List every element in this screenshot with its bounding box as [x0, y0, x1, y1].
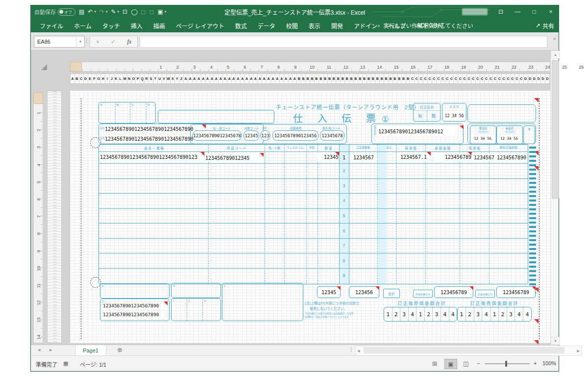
name-box-dropdown-icon[interactable]: ▾ [76, 36, 84, 47]
digit-cell[interactable]: 4 [441, 307, 449, 321]
column-header[interactable]: C [493, 74, 497, 83]
digit-cell[interactable]: 4 [449, 307, 457, 321]
digit-cell[interactable]: 4 [515, 307, 523, 321]
column-header[interactable]: B [375, 74, 380, 83]
column-header[interactable]: B [332, 74, 336, 83]
tell-me-search[interactable]: ⌕ 実行したい作業を入力してください [377, 21, 539, 30]
column-header[interactable]: G [97, 74, 101, 83]
column-header[interactable]: Q [140, 74, 145, 83]
column-header[interactable]: A [236, 74, 241, 83]
digit-cell[interactable]: 4 [482, 307, 490, 321]
horizontal-scroll-thumb[interactable] [364, 347, 564, 353]
column-header[interactable]: C [454, 74, 458, 83]
ribbon-tab[interactable]: 開発 [326, 19, 348, 32]
line-number-1[interactable]: 1 [340, 153, 348, 161]
column-header[interactable]: C [441, 74, 445, 83]
total-qty-value[interactable]: 12345 [317, 286, 341, 298]
digit-cell[interactable]: 2 [425, 307, 433, 321]
column-header[interactable]: B [406, 74, 411, 83]
column-header[interactable]: C [419, 74, 423, 83]
view-page-layout-icon[interactable]: ▣ [444, 359, 457, 369]
class-code-value[interactable]: 12345 [244, 130, 259, 141]
column-header[interactable]: A [219, 74, 223, 83]
item-code-value[interactable]: 123456789012345 [205, 153, 263, 162]
column-header[interactable]: A [271, 74, 275, 83]
unit-cost-value[interactable]: 1234567.1 [397, 152, 430, 161]
column-header[interactable]: A [197, 74, 201, 83]
column-header[interactable]: A [262, 74, 267, 83]
column-header[interactable]: A [214, 74, 219, 83]
column-header[interactable]: B [349, 74, 354, 83]
column-header[interactable]: A [275, 74, 280, 83]
column-header[interactable]: B [371, 74, 375, 83]
column-header[interactable]: A [227, 74, 232, 83]
sell-total-value[interactable]: 123456789 [496, 286, 536, 298]
column-header[interactable]: C [463, 74, 467, 83]
column-header[interactable]: O [131, 74, 136, 83]
kubun-value[interactable]: 123 [261, 130, 270, 141]
vertical-scroll-thumb[interactable] [552, 60, 559, 199]
zoom-level[interactable]: 100% [542, 360, 556, 366]
column-header[interactable]: B [323, 74, 328, 83]
order-date-value[interactable]: 12 34 56 [471, 134, 494, 142]
column-header[interactable]: C [428, 74, 432, 83]
column-header[interactable]: A [241, 74, 245, 83]
add-sheet-icon[interactable]: ⊕ [117, 346, 122, 353]
digit-cell[interactable]: 1 [384, 307, 392, 321]
column-header[interactable]: F [92, 74, 97, 83]
correction-no[interactable]: 無 [427, 111, 441, 121]
column-header[interactable]: C [480, 74, 485, 83]
column-header[interactable]: A [193, 74, 197, 83]
column-header[interactable]: A [293, 74, 297, 83]
column-header[interactable]: J [110, 74, 114, 83]
vertical-scrollbar[interactable]: ▴ ▾ [550, 50, 559, 345]
slip-number-value[interactable]: 1234567890123456 [272, 130, 318, 141]
digit-cell[interactable]: 3 [474, 307, 483, 321]
column-header[interactable]: B [358, 74, 363, 83]
g-value-2[interactable]: 12345678901234567890 [103, 311, 164, 318]
column-header[interactable]: C [449, 74, 454, 83]
column-header[interactable]: C [502, 74, 506, 83]
digit-cell[interactable]: 1 [490, 307, 499, 321]
column-header[interactable]: C [471, 74, 476, 83]
column-header[interactable]: C [497, 74, 502, 83]
column-header[interactable]: E [88, 74, 93, 83]
column-header[interactable]: A [210, 74, 215, 83]
ribbon-tab[interactable]: ページ レイアウト [171, 19, 230, 32]
view-page-break-icon[interactable]: ◫ [460, 359, 472, 368]
scroll-right-icon[interactable]: ▸ [577, 348, 580, 354]
column-header[interactable]: S [149, 74, 153, 83]
digit-cell[interactable]: 2 [499, 307, 507, 321]
column-header[interactable]: D [524, 74, 528, 83]
shop-code-value[interactable]: 123456789012345678 [193, 130, 242, 141]
delivery-date-value[interactable]: 12 34 56 [498, 134, 520, 142]
column-header[interactable]: D [84, 74, 88, 83]
ribbon-tab[interactable]: タッチ [97, 19, 125, 32]
column-header[interactable]: B [341, 74, 345, 83]
ribbon-tab[interactable]: 描画 [148, 19, 171, 32]
column-header[interactable]: B [363, 74, 367, 83]
column-header[interactable]: D [528, 74, 533, 83]
corrected-qty-value[interactable]: 1234567 [351, 153, 376, 161]
ribbon-tab[interactable]: 校閲 [281, 19, 303, 32]
column-header[interactable]: C [410, 74, 415, 83]
column-header[interactable]: A [253, 74, 258, 83]
column-header[interactable]: U [158, 74, 162, 83]
ribbon-tab[interactable]: 数式 [230, 19, 252, 32]
scroll-up-icon[interactable]: ▴ [551, 50, 560, 59]
zoom-slider-handle[interactable] [505, 361, 507, 367]
column-header[interactable]: A [258, 74, 262, 83]
digit-cell[interactable]: 2 [466, 307, 474, 321]
digit-cell[interactable]: 3 [507, 307, 515, 321]
column-header[interactable]: B [297, 74, 301, 83]
column-header[interactable]: M [123, 74, 127, 83]
column-header[interactable]: B [367, 74, 371, 83]
column-header[interactable]: B [402, 74, 406, 83]
zoom-in-icon[interactable]: + [534, 360, 537, 366]
total-corrected-qty-value[interactable]: 123456 [349, 286, 379, 298]
column-header[interactable]: C [515, 74, 519, 83]
column-header[interactable]: V [162, 74, 167, 83]
column-header[interactable]: A [206, 74, 210, 83]
column-header[interactable]: C [467, 74, 471, 83]
formula-input[interactable] [140, 36, 547, 48]
